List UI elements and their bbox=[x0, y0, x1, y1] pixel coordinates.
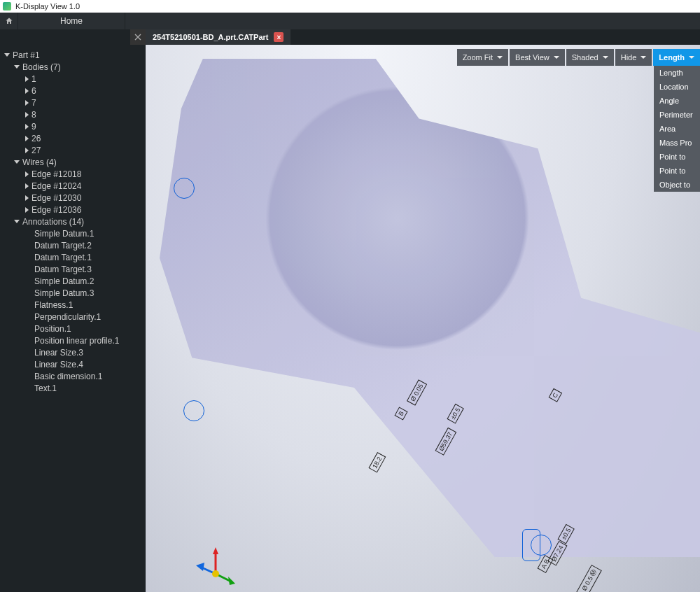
document-filename: 254T5210501-BD_A.prt.CATPart bbox=[153, 33, 268, 41]
tree-root[interactable]: Part #1 bbox=[4, 49, 143, 61]
pmi-balloon[interactable] bbox=[183, 400, 204, 421]
tree-item[interactable]: Datum Target.1 bbox=[4, 251, 143, 263]
tree-item[interactable]: 7 bbox=[4, 97, 143, 108]
pmi-dimension: 18.2 bbox=[368, 452, 386, 472]
svg-marker-5 bbox=[196, 563, 204, 571]
close-tab-icon[interactable]: × bbox=[274, 32, 284, 42]
dropdown-item-location[interactable]: Location bbox=[654, 80, 700, 94]
shaded-button[interactable]: Shaded bbox=[566, 49, 614, 66]
svg-marker-1 bbox=[213, 547, 218, 554]
pmi-fcf: ⌖ Ø 0.5 Ⓜ bbox=[575, 565, 602, 592]
pmi-balloon[interactable] bbox=[174, 178, 195, 199]
document-tab-strip: 254T5210501-BD_A.prt.CATPart × bbox=[0, 29, 700, 45]
tree-item[interactable]: Edge #12024 bbox=[4, 180, 143, 192]
dropdown-item-length[interactable]: Length bbox=[654, 66, 700, 80]
zoom-fit-button[interactable]: Zoom Fit bbox=[457, 49, 508, 66]
tree-item[interactable]: 6 bbox=[4, 85, 143, 97]
tree-item[interactable]: Position.1 bbox=[4, 323, 143, 334]
app-logo-icon bbox=[3, 2, 11, 10]
dropdown-item-point-to-2[interactable]: Point to bbox=[654, 164, 700, 178]
tree-item[interactable]: Text.1 bbox=[4, 382, 143, 394]
ribbon-tab-home[interactable]: Home bbox=[18, 13, 125, 29]
dropdown-item-area[interactable]: Area bbox=[654, 122, 700, 136]
tree-item[interactable]: Datum Target.2 bbox=[4, 239, 143, 251]
part-geometry bbox=[160, 59, 700, 557]
tree-item[interactable]: 8 bbox=[4, 108, 143, 120]
tree-item[interactable]: Simple Datum.3 bbox=[4, 287, 143, 299]
tree-item[interactable]: Position linear profile.1 bbox=[4, 334, 143, 346]
tree-item[interactable]: Edge #12030 bbox=[4, 192, 143, 204]
dropdown-item-angle[interactable]: Angle bbox=[654, 94, 700, 108]
svg-marker-3 bbox=[228, 577, 235, 585]
document-tab[interactable]: 254T5210501-BD_A.prt.CATPart × bbox=[146, 29, 290, 45]
ribbon-tab-label: Home bbox=[60, 16, 83, 26]
chevron-down-icon bbox=[497, 56, 503, 59]
tree-item[interactable]: Simple Datum.1 bbox=[4, 227, 143, 239]
chevron-down-icon bbox=[554, 56, 559, 59]
tree-item[interactable]: Edge #12036 bbox=[4, 204, 143, 216]
titlebar: K-Display View 1.0 bbox=[0, 0, 700, 13]
tree-item[interactable]: Datum Target.3 bbox=[4, 263, 143, 275]
tree-group-annotations[interactable]: Annotations (14) bbox=[4, 216, 143, 227]
dropdown-item-perimeter[interactable]: Perimeter bbox=[654, 108, 700, 122]
tree-item[interactable]: Simple Datum.2 bbox=[4, 275, 143, 287]
pmi-balloon[interactable] bbox=[531, 535, 552, 556]
best-view-button[interactable]: Best View bbox=[510, 49, 565, 66]
home-icon[interactable] bbox=[0, 13, 18, 29]
tree-item[interactable]: 9 bbox=[4, 120, 143, 132]
tree-item[interactable]: 1 bbox=[4, 73, 143, 85]
tree-group-bodies[interactable]: Bodies (7) bbox=[4, 61, 143, 73]
measure-dropdown: Length Location Angle Perimeter Area Mas… bbox=[654, 66, 700, 192]
tree-item[interactable]: 26 bbox=[4, 132, 143, 144]
chevron-down-icon bbox=[640, 56, 646, 59]
hide-button[interactable]: Hide bbox=[615, 49, 652, 66]
tree-item[interactable]: Perpendicularity.1 bbox=[4, 311, 143, 323]
tree-item[interactable]: Linear Size.3 bbox=[4, 346, 143, 358]
tree-item[interactable]: Basic dimension.1 bbox=[4, 370, 143, 382]
viewport-3d[interactable]: Ø59.37 ±0.5 Ø 0.05 B C 18.2 Ø7.24 ±0.5 A… bbox=[146, 45, 700, 592]
close-panel-icon[interactable] bbox=[130, 29, 146, 45]
axis-gizmo-icon[interactable] bbox=[195, 546, 237, 588]
tree-item[interactable]: Flatness.1 bbox=[4, 299, 143, 311]
tree-item[interactable]: Edge #12018 bbox=[4, 168, 143, 180]
tree-item[interactable]: 27 bbox=[4, 144, 143, 156]
dropdown-item-mass[interactable]: Mass Pro bbox=[654, 136, 700, 150]
tree-group-wires[interactable]: Wires (4) bbox=[4, 156, 143, 168]
dropdown-item-object-to[interactable]: Object to bbox=[654, 178, 700, 192]
tree-item[interactable]: Linear Size.4 bbox=[4, 358, 143, 370]
measure-menu-button[interactable]: Length bbox=[653, 49, 700, 66]
chevron-down-icon bbox=[603, 56, 608, 59]
chevron-down-icon bbox=[689, 56, 694, 59]
ribbon: Home bbox=[0, 13, 700, 29]
model-tree: Part #1 Bodies (7) 1 6 7 8 9 26 27 Wires… bbox=[0, 45, 146, 592]
app-title: K-Display View 1.0 bbox=[15, 2, 80, 10]
view-toolbar: Zoom Fit Best View Shaded Hide Length bbox=[457, 49, 700, 66]
dropdown-item-point-to-1[interactable]: Point to bbox=[654, 150, 700, 164]
svg-point-6 bbox=[212, 570, 219, 577]
